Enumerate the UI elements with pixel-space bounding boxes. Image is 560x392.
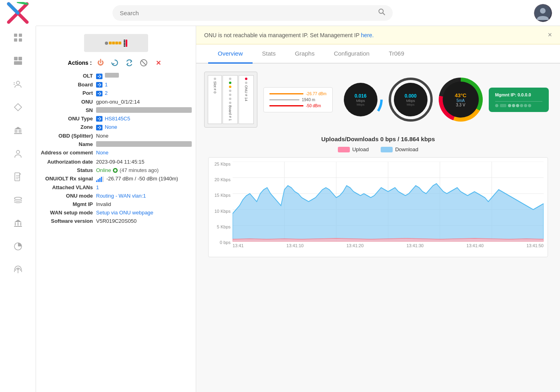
sidebar-item-bank2[interactable]: [8, 213, 28, 233]
power-button[interactable]: ⏻: [95, 57, 106, 68]
svg-rect-10: [14, 61, 22, 65]
sidebar-item-diamond[interactable]: [8, 97, 28, 117]
refresh-button[interactable]: [109, 57, 120, 68]
port-value[interactable]: 2: [96, 90, 192, 96]
info-row-auth: Authorization date 2023-09-04 11:45:15: [40, 158, 192, 166]
sidebar-item-doc[interactable]: [8, 167, 28, 187]
signal-value-3: -50 dBm: [306, 104, 321, 108]
device-image: [36, 30, 196, 54]
zone-value[interactable]: None: [96, 124, 192, 130]
sidebar-item-contacts[interactable]: [8, 74, 28, 94]
tab-stats[interactable]: Stats: [253, 44, 285, 64]
status-online: Online: [96, 167, 112, 173]
tab-configuration[interactable]: Configuration: [324, 44, 379, 64]
info-row-obd: OBD (Splitter) None: [40, 132, 192, 140]
onu-slot-0: Slot # 0: [208, 75, 222, 124]
svg-rect-50: [99, 178, 100, 182]
svg-rect-30: [20, 222, 21, 226]
onu-slot-diagram: Slot # 0: [204, 72, 257, 128]
info-row-name: Name: [40, 140, 192, 148]
olt-value: [96, 73, 192, 79]
sidebar-item-cards[interactable]: [8, 51, 28, 71]
gauges-row: Slot # 0: [204, 72, 552, 128]
signal-value-1: -26.77 dBm: [306, 92, 327, 96]
download-label: Download: [395, 146, 418, 152]
wan-setup-label: WAN setup mode: [40, 210, 96, 216]
sidebar-item-layers[interactable]: [8, 190, 28, 210]
left-panel: Actions : ⏻ ✕ OLT: [36, 26, 196, 392]
svg-rect-17: [16, 130, 17, 133]
svg-rect-4: [14, 34, 17, 37]
warning-close-button[interactable]: ×: [548, 31, 552, 39]
board-port-6: [229, 98, 231, 100]
svg-rect-48: [96, 180, 97, 182]
signal-line-3: -50 dBm: [269, 104, 327, 108]
download-gauge: 0.000 Mbps Mbps: [389, 78, 433, 122]
software-value: V5R019C20S050: [96, 218, 192, 224]
svg-point-47: [114, 169, 116, 172]
tab-tr069[interactable]: Tr069: [379, 44, 414, 64]
svg-rect-29: [18, 222, 18, 226]
sidebar-item-person[interactable]: [8, 144, 28, 164]
name-label: Name: [40, 141, 96, 147]
sidebar-item-grid[interactable]: [8, 28, 28, 48]
address-value[interactable]: None: [96, 150, 192, 156]
tab-overview[interactable]: Overview: [208, 44, 253, 64]
sidebar-item-bank[interactable]: [8, 120, 28, 140]
info-row-onu-type: ONU Type HS8145C5: [40, 114, 192, 123]
chart-legend: Upload Download: [204, 146, 552, 152]
svg-rect-52: [102, 176, 104, 182]
svg-rect-51: [101, 177, 102, 182]
svg-rect-22: [15, 173, 20, 181]
bandwidth-label: Uploads/Downloads 0 bps / 16.864 kbps: [204, 136, 552, 142]
right-panel: ONU is not reachable via management IP. …: [196, 26, 560, 392]
onu-mode-value[interactable]: Routing - WAN vlan:1: [96, 193, 192, 199]
search-container[interactable]: [112, 5, 393, 21]
main-wrapper: Actions : ⏻ ✕ OLT: [36, 0, 560, 392]
info-row-address: Address or comment None: [40, 148, 192, 158]
board-port-2: [229, 82, 231, 84]
info-row-port: Port 2: [40, 89, 192, 98]
block-button[interactable]: [138, 57, 149, 68]
delete-button[interactable]: ✕: [153, 57, 164, 68]
reload-button[interactable]: [124, 57, 135, 68]
svg-marker-14: [14, 104, 22, 111]
svg-rect-18: [19, 130, 20, 133]
device-thumbnail: [84, 34, 148, 52]
svg-rect-8: [14, 57, 18, 60]
svg-line-40: [141, 60, 146, 65]
wan-setup-value[interactable]: Setup via ONU webpage: [96, 210, 192, 216]
legend-upload: Upload: [338, 146, 369, 152]
content-row: Actions : ⏻ ✕ OLT: [36, 26, 560, 392]
svg-rect-7: [19, 38, 22, 42]
actions-row: Actions : ⏻ ✕: [36, 54, 196, 72]
sidebar-item-pie[interactable]: [8, 236, 28, 256]
info-row-signal: ONU/OLT Rx signal -26.77 dBm / -50 dBm (…: [40, 174, 192, 183]
onu-type-value[interactable]: HS8145C5: [96, 116, 192, 122]
logo-area[interactable]: [0, 0, 36, 26]
onu-port-1: [245, 78, 247, 80]
signal-line-1: -26.77 dBm: [269, 92, 327, 96]
address-label: Address or comment: [40, 150, 96, 156]
sidebar-item-antenna[interactable]: [8, 260, 28, 280]
sn-label: SN: [40, 107, 96, 113]
avatar[interactable]: [534, 4, 552, 22]
search-input[interactable]: [120, 10, 375, 16]
port-label: Port: [40, 90, 96, 96]
mgmt-card-dots: [495, 104, 542, 107]
board-value[interactable]: 1: [96, 82, 192, 88]
upload-gauge-value: 0.016 Mbps Mbps: [355, 93, 367, 106]
legend-download: Download: [381, 146, 418, 152]
svg-marker-15: [14, 127, 22, 129]
download-gauge-value: 0.000 Mbps Mbps: [405, 93, 417, 106]
vlans-value[interactable]: 1: [96, 184, 192, 190]
svg-rect-28: [15, 222, 16, 226]
topbar: [36, 0, 560, 26]
warning-link[interactable]: here.: [361, 32, 374, 38]
info-row-status: Status Online (47 minutes ago): [40, 166, 192, 175]
tab-graphs[interactable]: Graphs: [285, 44, 324, 64]
signal-line-2: 1940 m: [269, 98, 327, 102]
temp-inner: 43°C 5mA 3.3 V: [443, 82, 479, 118]
avatar-image: [534, 4, 552, 22]
signal-label: ONU/OLT Rx signal: [40, 176, 96, 182]
